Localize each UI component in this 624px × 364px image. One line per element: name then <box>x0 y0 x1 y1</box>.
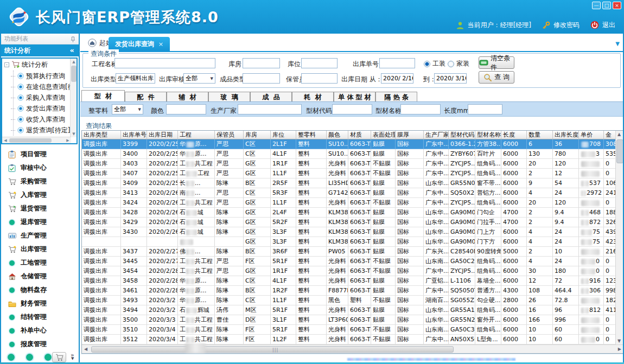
column-header-18[interactable]: 单价 <box>579 131 604 139</box>
scroll-up-icon[interactable]: ▲ <box>617 132 621 137</box>
column-header-6[interactable]: 库位 <box>271 131 296 139</box>
table-row-18[interactable]: 调拨出库35002020/3/3工共工程曹佳D区3L1F整料LT3P606063… <box>82 315 616 325</box>
column-header-10[interactable]: 表面处理 <box>371 131 396 139</box>
product-type-input[interactable] <box>243 73 280 84</box>
sidebar-group-9[interactable]: 仓储管理 <box>0 270 79 283</box>
table-row-5[interactable]: 调拨出库34132020/2/26南...严思C区5R3F整料G71422606… <box>82 188 616 198</box>
column-header-0[interactable]: 出库类型 <box>82 131 121 139</box>
sidebar-group-13[interactable]: 补单中心 <box>0 324 79 337</box>
location-input[interactable] <box>301 58 338 68</box>
more-dropdown-icon[interactable]: ▼ <box>71 356 74 361</box>
table-row-8[interactable]: 调拨出库34292020/2/26石城陈琳G区5R2F整料KLM38176063… <box>82 218 616 227</box>
column-header-5[interactable]: 库房 <box>244 131 271 139</box>
scroll-thumb[interactable]: ||| <box>91 346 454 353</box>
table-row-7[interactable]: 调拨出库34282020/2/26石城陈琳G区2L4F整料KLM38176063… <box>82 208 616 218</box>
audit-select[interactable]: 全部▼ <box>183 73 215 84</box>
color-input[interactable] <box>166 104 206 114</box>
tree-root[interactable]: - 统计分析 <box>2 59 77 71</box>
maximize-button[interactable]: □ <box>602 2 611 9</box>
tree-item-0[interactable]: 预算执行查询 <box>2 71 77 81</box>
scroll-left-icon[interactable]: ◀ <box>2 137 9 144</box>
column-header-14[interactable]: 型材名称 <box>475 131 501 139</box>
sidebar-group-5[interactable]: 退库管理 <box>0 215 79 229</box>
table-row-11[interactable]: 调拨出库34372020/2/27佛...陈琳B区3R6F整料PW056063-… <box>82 247 616 257</box>
column-header-17[interactable]: 出库长度 <box>553 131 579 139</box>
warehouse-input[interactable] <box>243 58 280 68</box>
group-dot-icon[interactable] <box>8 354 15 361</box>
scroll-down-icon[interactable]: ▼ <box>617 339 621 343</box>
clear-conditions-button[interactable]: 清空条件 <box>479 56 514 69</box>
column-header-8[interactable]: 颜色 <box>327 131 348 139</box>
material-tab-4[interactable]: 成 品 <box>250 92 292 101</box>
sidebar-group-10[interactable]: 物料盘存 <box>0 283 79 297</box>
column-header-3[interactable]: 工程 <box>178 131 215 139</box>
minimize-button[interactable]: — <box>592 2 601 9</box>
table-row-19[interactable]: 调拨出库35102020/3/4工共工程陈琳F区5R1F整料光身料6063-T5… <box>82 325 616 335</box>
column-header-11[interactable]: 膜厚 <box>396 131 424 139</box>
material-tab-1[interactable]: 配 件 <box>125 92 167 101</box>
table-row-17[interactable]: 调拨出库34942020/3/2石辉城汤伟M区5R1F整料光身料6063-T5贴… <box>82 305 616 315</box>
tree-item-4[interactable]: 收货入库查询 <box>2 114 77 125</box>
table-row-15[interactable]: 调拨出库34612020/2/28华原...陈琳B区1R2F整料F8877FT6… <box>82 286 616 296</box>
column-header-2[interactable]: 出库日期 <box>147 131 178 139</box>
table-row-14[interactable]: 调拨出库34582020/2/28华原...陈琳C区4L1F整料光身料6063-… <box>82 276 616 286</box>
close-button[interactable]: × <box>613 2 621 9</box>
tree-item-5[interactable]: 退货查询[待定] <box>2 125 77 136</box>
search-button[interactable]: 查 询 <box>479 71 514 84</box>
table-row-10[interactable]: G区3L3F整料KLM38176063-T5贴膜国标山东华...GA90M09.… <box>82 237 616 247</box>
column-header-12[interactable]: 生产厂家 <box>424 131 449 139</box>
section-header[interactable]: 统计分析 « <box>0 44 79 56</box>
group-dot-icon[interactable] <box>44 354 52 361</box>
length-input[interactable] <box>468 104 502 114</box>
radio-jiazhuang[interactable]: 家装 <box>448 59 469 68</box>
column-header-15[interactable]: 长度 <box>501 131 527 139</box>
name-input[interactable] <box>400 104 441 114</box>
collapse-icon[interactable]: « <box>70 44 74 56</box>
table-row-1[interactable]: 调拨出库34002020/2/25华原...严思C区4L1F整料SU10...6… <box>82 149 616 159</box>
table-row-0[interactable]: 调拨出库33992020/2/25华原...严思C区2L1F整料SU10...6… <box>82 139 616 149</box>
sidebar-group-6[interactable]: 生产管理 <box>0 229 79 242</box>
logout-link[interactable]: 退出 <box>602 21 615 30</box>
sidebar-group-2[interactable]: 采购管理 <box>0 175 79 188</box>
project-input[interactable] <box>114 58 215 68</box>
scroll-thumb[interactable] <box>71 66 77 82</box>
table-row-12[interactable]: 调拨出库34452020/2/27工共工程严思F区5R1F整料光身料6063-T… <box>82 257 616 266</box>
tree-item-2[interactable]: 采购入库查询 <box>2 92 77 103</box>
expander-icon[interactable]: - <box>4 62 9 67</box>
whole-select[interactable]: 全部▼ <box>112 104 143 114</box>
date-to-select[interactable]: 2020/ 3/16▼ <box>434 73 467 84</box>
table-row-4[interactable]: 调拨出库34092020/2/25长...陈琳B区2R5F整料LI35HD606… <box>82 178 616 188</box>
column-header-4[interactable]: 保管员 <box>215 131 244 139</box>
material-tab-2[interactable]: 辅 材 <box>167 92 208 101</box>
table-vscrollbar[interactable]: ▲ ▼ <box>615 131 623 344</box>
table-row-9[interactable]: 调拨出库34302020/2/26石城陈琳G区3L3F整料KLM38176063… <box>82 227 616 237</box>
sidebar-group-7[interactable]: 出库管理 <box>0 242 79 256</box>
material-tab-6[interactable]: 单 体 型 材 <box>334 92 375 101</box>
tree-item-1[interactable]: 在途信息查询[待 <box>2 81 77 92</box>
code-input[interactable] <box>332 104 372 114</box>
material-tab-5[interactable]: 耗 材 <box>292 92 334 101</box>
tab-list-dropdown-icon[interactable]: ▼ <box>615 41 620 47</box>
column-header-7[interactable]: 整零料 <box>296 131 327 139</box>
table-row-13[interactable]: 调拨出库34542020/2/28工共工程严思G区1R1F整料光身料6063-T… <box>82 266 616 276</box>
sidebar-group-14[interactable]: 报废管理 <box>0 337 79 351</box>
column-header-1[interactable]: 出库单号 <box>121 131 147 139</box>
tab-close-icon[interactable]: × <box>158 41 163 48</box>
table-row-16[interactable]: 调拨出库34932020/3/2华原...陈琳C区1L1F整料黑色塑料不贴膜国标… <box>82 296 616 305</box>
table-row-3[interactable]: 调拨出库34072020/2/25工工程严思G区1L1F整料光身料6063-T5… <box>82 169 616 178</box>
material-tab-7[interactable]: 隔 热 条 <box>375 92 417 101</box>
scroll-right-icon[interactable]: ▶ <box>618 347 621 352</box>
tree-item-3[interactable]: 发货出库查询 <box>2 103 77 114</box>
cart-group-button[interactable] <box>52 352 66 362</box>
column-header-9[interactable]: 材质 <box>348 131 371 139</box>
sidebar-group-3[interactable]: 入库管理 <box>0 188 79 202</box>
sidebar-group-8[interactable]: 工地管理 <box>0 256 79 270</box>
radio-gongzhuang[interactable]: 工装 <box>424 59 445 68</box>
material-tab-3[interactable]: 玻 璃 <box>208 92 250 101</box>
sidebar-group-0[interactable]: 项目管理 <box>0 148 79 161</box>
tree-vscrollbar[interactable]: ▲ ▼ <box>70 59 77 137</box>
scroll-left-icon[interactable]: ◀ <box>84 347 87 352</box>
column-header-13[interactable]: 型材代码 <box>449 131 475 139</box>
material-tab-0[interactable]: 型 材 <box>81 90 125 101</box>
keeper-input[interactable] <box>301 73 338 84</box>
